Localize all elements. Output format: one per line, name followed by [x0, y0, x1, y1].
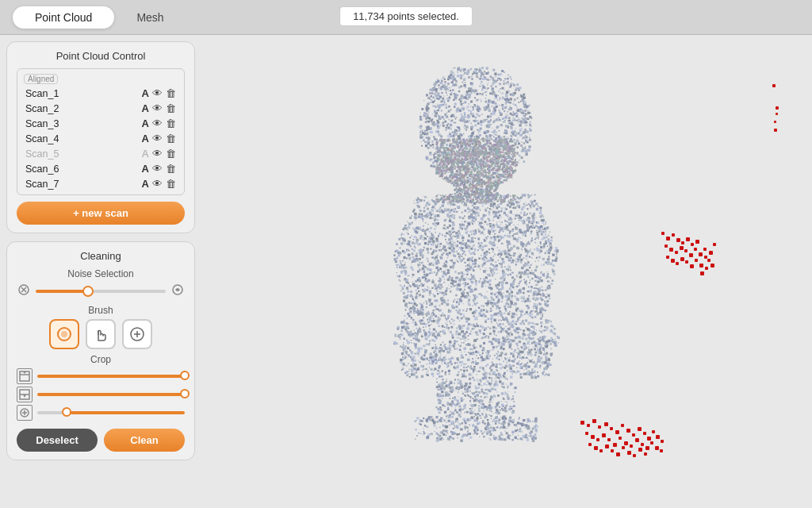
trash-icon-1[interactable]: 🗑 [166, 87, 176, 99]
status-text: 11,734 points selected. [353, 10, 459, 22]
align-icon-1[interactable]: A [142, 87, 149, 99]
eye-icon-1[interactable]: 👁 [152, 87, 163, 99]
align-icon-5[interactable]: A [142, 148, 149, 160]
svg-rect-67 [516, 152, 519, 155]
view-area[interactable]: // This will be generated via JS below [201, 35, 812, 508]
aligned-label: Aligned [24, 74, 58, 84]
svg-rect-20 [460, 77, 462, 79]
svg-rect-136 [616, 452, 620, 456]
align-icon-2[interactable]: A [142, 102, 149, 114]
brush-hand-button[interactable] [86, 319, 116, 349]
svg-rect-74 [691, 243, 694, 246]
svg-rect-61 [524, 105, 527, 107]
svg-rect-37 [525, 117, 527, 120]
eye-icon-3[interactable]: 👁 [152, 117, 163, 129]
trash-icon-6[interactable]: 🗑 [166, 163, 176, 175]
svg-rect-123 [624, 441, 628, 445]
svg-rect-129 [655, 446, 659, 450]
point-cloud-control-title: Point Cloud Control [17, 50, 185, 62]
crop-mid-icon [17, 387, 33, 402]
svg-rect-90 [690, 264, 694, 268]
align-icon-4[interactable]: A [142, 133, 149, 144]
svg-rect-50 [515, 89, 517, 91]
tab-mesh[interactable]: Mesh [114, 6, 186, 29]
trash-icon-3[interactable]: 🗑 [166, 117, 176, 129]
svg-rect-108 [626, 429, 630, 433]
crop-row-1 [17, 368, 185, 384]
svg-rect-138 [627, 451, 631, 455]
plus-circle-icon [128, 325, 146, 343]
svg-rect-101 [587, 424, 590, 427]
eye-icon-5[interactable]: 👁 [152, 148, 163, 160]
trash-icon-5[interactable]: 🗑 [166, 148, 176, 160]
crop-slider-3[interactable] [37, 411, 185, 414]
svg-rect-140 [638, 448, 642, 452]
svg-rect-47 [495, 80, 497, 83]
svg-rect-26 [507, 81, 509, 83]
svg-rect-114 [656, 435, 660, 439]
svg-rect-23 [484, 76, 486, 79]
svg-rect-55 [425, 121, 427, 123]
slider-right-icon [170, 283, 185, 300]
align-icon-6[interactable]: A [142, 163, 149, 175]
align-icon-7[interactable]: A [142, 178, 149, 190]
svg-rect-56 [426, 129, 428, 131]
svg-rect-65 [523, 137, 525, 139]
trash-icon-4[interactable]: 🗑 [166, 133, 176, 144]
svg-rect-24 [492, 77, 494, 79]
scan-name-7: Scan_7 [25, 179, 142, 190]
clean-button[interactable]: Clean [104, 429, 185, 452]
scan-row: Scan_2 A 👁 🗑 [22, 101, 179, 116]
svg-rect-62 [525, 113, 527, 115]
svg-rect-48 [503, 83, 505, 85]
crop-slider-1[interactable] [37, 375, 185, 378]
eye-icon-4[interactable]: 👁 [152, 133, 163, 144]
svg-rect-146 [774, 121, 776, 123]
dots-right-panel [772, 84, 779, 132]
noise-selection-label: Noise Selection [17, 268, 185, 279]
svg-rect-21 [468, 76, 470, 79]
eye-icon-6[interactable]: 👁 [152, 163, 163, 175]
left-panel: Point Cloud Control Aligned Scan_1 A 👁 🗑… [6, 41, 195, 460]
svg-rect-28 [518, 89, 520, 91]
svg-rect-99 [700, 271, 704, 275]
brush-plus-button[interactable] [122, 319, 152, 349]
svg-rect-72 [681, 241, 684, 244]
trash-icon-7[interactable]: 🗑 [166, 178, 176, 190]
eye-icon-2[interactable]: 👁 [152, 102, 163, 114]
noise-slider-track[interactable] [36, 290, 166, 293]
hand-icon [92, 325, 109, 343]
svg-rect-144 [774, 129, 777, 132]
brush-circle-icon [56, 325, 73, 343]
svg-rect-64 [524, 129, 527, 131]
brush-select-button[interactable] [49, 319, 79, 349]
new-scan-button[interactable]: + new scan [17, 202, 185, 225]
trash-icon-2[interactable]: 🗑 [166, 102, 176, 114]
cleaning-panel: Cleaning Noise Selection Brush [6, 241, 195, 460]
scan-name-4: Scan_4 [25, 133, 142, 144]
svg-rect-32 [426, 110, 428, 112]
svg-rect-103 [598, 425, 601, 429]
crop-slider-2[interactable] [37, 393, 185, 396]
svg-rect-124 [630, 444, 633, 448]
svg-rect-44 [471, 78, 473, 80]
svg-rect-130 [660, 449, 663, 452]
svg-rect-98 [705, 267, 708, 270]
align-icon-3[interactable]: A [142, 117, 149, 129]
scan-icons-3: A 👁 🗑 [142, 117, 176, 129]
svg-rect-111 [643, 432, 646, 435]
svg-rect-51 [427, 97, 430, 99]
svg-rect-118 [596, 438, 599, 441]
svg-rect-57 [427, 137, 430, 139]
scan-row: Scan_3 A 👁 🗑 [22, 116, 179, 131]
cleaning-title: Cleaning [17, 250, 185, 262]
svg-rect-112 [647, 437, 651, 441]
eye-icon-7[interactable]: 👁 [152, 178, 163, 190]
deselect-button[interactable]: Deselect [17, 429, 98, 452]
svg-rect-110 [638, 427, 642, 431]
scan-icons-6: A 👁 🗑 [142, 163, 176, 175]
svg-rect-17 [438, 84, 440, 87]
tab-point-cloud[interactable]: Point Cloud [13, 6, 114, 29]
svg-rect-113 [652, 430, 655, 433]
svg-rect-132 [594, 446, 598, 450]
